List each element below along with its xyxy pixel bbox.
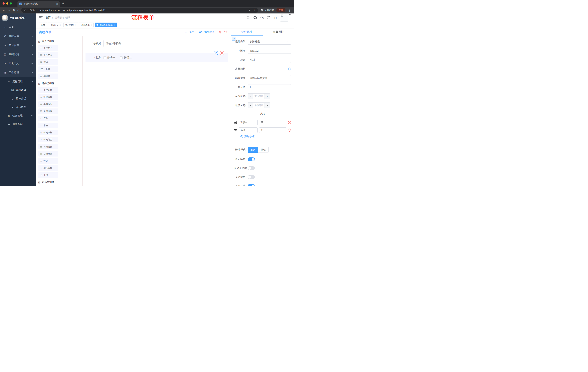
slider-handle[interactable] xyxy=(288,68,291,70)
tag[interactable]: 首页 xyxy=(39,22,47,27)
address-bar[interactable]: 不安全 dashboard.yudao.iocoder.cn/bpm/manag… xyxy=(21,8,258,13)
view-json-button[interactable]: 查看json xyxy=(199,30,214,34)
tag[interactable]: 流程定义 xyxy=(48,22,63,27)
palette-component[interactable]: ▥ 日期范围 xyxy=(38,151,58,157)
palette-component[interactable]: ▨ 编辑器 xyxy=(38,74,58,79)
github-icon[interactable] xyxy=(253,16,257,20)
sidebar-subitem[interactable]: ☻ 请假查询 xyxy=(0,120,36,128)
delete-component-button[interactable] xyxy=(220,51,224,55)
password-key-icon[interactable] xyxy=(249,9,252,12)
form-canvas[interactable]: 手机号 性别 选项一 xyxy=(83,36,231,186)
decrease-button[interactable]: − xyxy=(248,103,253,108)
tag[interactable]: 流程表单-编辑 xyxy=(94,22,116,27)
security-label[interactable]: 不安全 xyxy=(28,9,35,12)
bookmark-star-icon[interactable]: ☆ xyxy=(253,9,255,12)
decrease-button[interactable]: − xyxy=(248,94,253,99)
browser-tab[interactable]: 芋道管理系统 × xyxy=(18,1,60,7)
palette-component[interactable]: ▦ 日期选择 xyxy=(38,144,58,149)
collapse-sidebar-icon[interactable] xyxy=(39,16,42,19)
toggle-switch[interactable] xyxy=(248,166,255,170)
tab-component-props[interactable]: 组件属性 xyxy=(231,28,263,36)
tag-close-icon[interactable] xyxy=(91,24,92,26)
new-tab-button[interactable]: + xyxy=(62,2,64,5)
palette-component[interactable]: 123 计数器 xyxy=(38,66,58,72)
sidebar-subitem[interactable]: ≡ 流程管理 xyxy=(0,77,36,86)
increase-button[interactable]: + xyxy=(264,103,270,108)
option-value-input[interactable] xyxy=(259,120,286,125)
tag[interactable]: 流程模型 xyxy=(63,22,78,27)
minimize-window-button[interactable] xyxy=(6,2,8,5)
tag-close-icon[interactable] xyxy=(75,24,76,26)
tag-close-icon[interactable] xyxy=(114,24,115,26)
default-value-input[interactable] xyxy=(248,84,291,90)
sidebar-subitem[interactable]: ▤ 流程表单 xyxy=(0,86,36,94)
grid-slider[interactable] xyxy=(248,69,290,69)
browser-menu-icon[interactable]: ⋮ xyxy=(288,8,292,12)
palette-component[interactable]: ↔ 滑块 xyxy=(38,123,58,128)
palette-component[interactable]: ◐ 开关 xyxy=(38,116,58,121)
palette-component[interactable]: ◉ 单选框组 xyxy=(38,101,58,107)
back-icon[interactable]: ← xyxy=(2,9,5,12)
toggle-switch[interactable] xyxy=(248,175,255,179)
font-size-icon[interactable]: Tt xyxy=(274,16,276,19)
sidebar-subitem[interactable]: ☺ 用户分组 xyxy=(0,94,36,103)
browser-update-button[interactable]: 更新 xyxy=(276,8,285,12)
sidebar-item[interactable]: ⚒ 研发工具 xyxy=(0,59,36,68)
sidebar-item[interactable]: ⌂ 首页 xyxy=(0,22,36,32)
style-default-button[interactable]: 默认 xyxy=(248,147,258,153)
field-name-input[interactable] xyxy=(248,48,291,54)
tab-close-icon[interactable]: × xyxy=(56,2,58,5)
palette-component[interactable]: ◔ 时间范围 xyxy=(38,137,58,142)
palette-component[interactable]: ☆ 评分 xyxy=(38,158,58,164)
link-icon[interactable] xyxy=(232,37,236,41)
increase-button[interactable]: + xyxy=(264,94,270,99)
tag-close-icon[interactable] xyxy=(60,24,61,26)
sidebar-subitem[interactable]: ⋔ 任务管理 xyxy=(0,111,36,120)
palette-component[interactable]: ▭ 单行文本 xyxy=(38,45,58,51)
remove-option-icon[interactable] xyxy=(288,128,291,132)
palette-component[interactable]: ▤ 多行文本 xyxy=(38,52,58,58)
remove-option-icon[interactable] xyxy=(288,121,291,124)
palette-component[interactable]: ◑ 颜色选择 xyxy=(38,165,58,171)
option-label-input[interactable] xyxy=(239,128,258,133)
zoom-window-button[interactable] xyxy=(10,2,12,5)
toggle-switch[interactable] xyxy=(248,184,255,186)
avatar-caret-icon[interactable] xyxy=(289,14,291,15)
home-icon[interactable]: ⌂ xyxy=(17,9,19,12)
palette-component[interactable]: ▣ 密码 xyxy=(38,59,58,65)
palette-component[interactable]: ☑ 多选框组 xyxy=(38,108,58,114)
checkbox-option[interactable]: 选项二 xyxy=(120,56,132,59)
toggle-switch[interactable] xyxy=(248,158,255,161)
sidebar-item[interactable]: ⚙ 系统管理 xyxy=(0,32,36,41)
palette-component[interactable]: ⋔ 级联选择 xyxy=(38,94,58,100)
canvas-field-phone[interactable]: 手机号 xyxy=(85,39,228,48)
max-checked-value[interactable]: 最多可选 xyxy=(253,103,264,108)
palette-component[interactable]: ↥ 上传 xyxy=(38,172,58,178)
user-avatar[interactable] xyxy=(280,14,291,22)
component-type-select[interactable] xyxy=(248,39,291,45)
reload-icon[interactable]: ↻ xyxy=(13,9,15,12)
breadcrumb-home[interactable]: 首页 xyxy=(45,16,51,19)
title-input[interactable] xyxy=(248,57,291,63)
label-width-input[interactable] xyxy=(248,75,291,81)
drag-handle-icon[interactable] xyxy=(234,129,237,131)
fullscreen-icon[interactable] xyxy=(267,16,270,19)
drag-handle-icon[interactable] xyxy=(234,121,237,124)
option-label-input[interactable] xyxy=(239,120,258,125)
copy-component-button[interactable] xyxy=(214,51,218,55)
clear-button[interactable]: 清空 xyxy=(219,30,228,34)
forward-icon[interactable]: → xyxy=(8,9,10,12)
palette-component[interactable]: ◷ 时间选择 xyxy=(38,130,58,135)
tag[interactable]: 流程表单 xyxy=(79,22,94,27)
tab-form-props[interactable]: 表单属性 xyxy=(263,28,294,36)
phone-input[interactable] xyxy=(103,40,226,47)
palette-component[interactable]: ◒ 下拉选择 xyxy=(38,87,58,93)
canvas-field-gender[interactable]: 性别 选项一 xyxy=(85,53,228,63)
sidebar-item[interactable]: ◫ 基础设施 xyxy=(0,50,36,59)
checkbox-option[interactable]: 选项一 xyxy=(103,56,115,59)
add-option-button[interactable]: 添加选项 xyxy=(240,135,291,138)
search-icon[interactable] xyxy=(247,16,250,19)
save-button[interactable]: ✓ 保存 xyxy=(185,30,194,34)
checkbox-icon[interactable] xyxy=(103,56,106,59)
sidebar-item[interactable]: ¥ 支付管理 xyxy=(0,41,36,50)
